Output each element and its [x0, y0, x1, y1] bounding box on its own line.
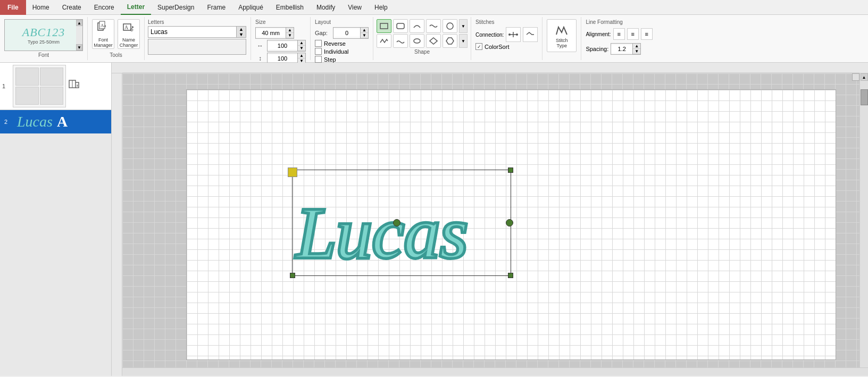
size-spin-up[interactable]: ▲ — [286, 28, 294, 33]
scale-x-input[interactable] — [268, 42, 297, 49]
menu-modify[interactable]: Modify — [310, 0, 341, 15]
handle-corner-tr[interactable] — [508, 167, 513, 173]
colorsort-checkbox[interactable] — [475, 43, 482, 50]
name-changer-label: Name Changer — [119, 37, 138, 48]
main-area: 1 2 Lucas A — [0, 63, 868, 376]
individual-checkbox[interactable] — [315, 48, 322, 55]
gap-input[interactable] — [333, 29, 360, 37]
shape-arch-up-btn[interactable] — [410, 19, 424, 33]
name-changer-button[interactable]: A ⚙ Name Changer — [118, 19, 140, 49]
shape-wave-btn[interactable] — [426, 19, 441, 33]
spacing-down[interactable]: ▼ — [633, 49, 640, 54]
shape-more-btn-2[interactable]: ▼ — [459, 34, 468, 48]
menu-embellish[interactable]: Embellish — [270, 0, 310, 15]
shape-rounded-btn[interactable] — [393, 19, 408, 33]
handle-corner-bl[interactable] — [290, 273, 295, 278]
individual-label: Individual — [324, 48, 348, 55]
panel-item-1-number: 1 — [2, 83, 11, 89]
font-manager-label: Font Manager — [94, 37, 113, 48]
canvas-resize-handle[interactable] — [852, 73, 859, 81]
alignment-label: Alignment: — [586, 31, 611, 37]
size-input[interactable] — [256, 29, 286, 37]
font-manager-button[interactable]: Aa Aa Font Manager — [92, 19, 114, 49]
font-scroll-up[interactable]: ▲ — [76, 20, 82, 26]
size-spin-down[interactable]: ▼ — [286, 33, 294, 38]
align-right-btn[interactable]: ≡ — [641, 28, 653, 40]
shape-zigzag-btn[interactable] — [377, 34, 391, 48]
menu-superdesign[interactable]: SuperDesign — [151, 0, 201, 15]
shape-row-1: ▼ — [377, 19, 468, 33]
spacing-up[interactable]: ▲ — [633, 44, 640, 49]
svg-rect-8 — [397, 23, 404, 29]
font-scroll-down[interactable]: ▼ — [76, 44, 82, 51]
colorsort-row: ColorSort — [475, 43, 509, 50]
layout-group-label: Layout — [315, 19, 331, 25]
scale-x-up[interactable]: ▲ — [298, 40, 305, 46]
scale-x-row: ↔ ▲ ▼ — [255, 40, 306, 52]
shape-hexagon-btn[interactable] — [443, 34, 457, 48]
step-checkbox[interactable] — [315, 56, 322, 63]
size-row: ▲ ▼ — [255, 27, 294, 39]
svg-point-9 — [447, 23, 453, 29]
gap-spin: ▲ ▼ — [360, 28, 368, 38]
scale-x-down[interactable]: ▼ — [298, 46, 305, 51]
shape-more-btn-1[interactable]: ▼ — [459, 19, 468, 33]
menu-encore[interactable]: Encore — [88, 0, 121, 15]
colorsort-label: ColorSort — [485, 44, 509, 50]
step-label: Step — [324, 56, 336, 63]
reverse-checkbox[interactable] — [315, 40, 322, 47]
panel-item-2[interactable]: 2 Lucas A — [0, 110, 111, 133]
lucas-design-container[interactable]: .lc { font-family: 'Times New Roman', se… — [282, 170, 511, 276]
stitch-type-button[interactable]: Stitch Type — [547, 19, 577, 52]
panel-item-1-thumb — [13, 65, 66, 107]
connection-btn-1[interactable] — [506, 27, 521, 42]
font-dropdown-arrow[interactable]: ▲▼ — [236, 27, 246, 37]
stitches-group: Stitches Connection: ColorSort — [471, 17, 542, 60]
stitch-type-label: Stitch Type — [556, 38, 568, 48]
scrollbar-thumb[interactable] — [861, 89, 868, 105]
align-left-btn[interactable]: ≡ — [613, 28, 625, 40]
panel-item-2-text: Lucas — [17, 113, 53, 130]
spacing-input[interactable] — [611, 45, 632, 53]
scale-y-up[interactable]: ▲ — [298, 53, 305, 58]
align-center-btn[interactable]: ≡ — [627, 28, 639, 40]
panel-item-1[interactable]: 1 — [0, 63, 111, 110]
menu-create[interactable]: Create — [56, 0, 88, 15]
svg-rect-7 — [380, 23, 388, 29]
scroll-up-arrow[interactable]: ▲ — [861, 73, 868, 81]
menu-view[interactable]: View — [341, 0, 368, 15]
gap-row: Gap: ▲ ▼ — [315, 27, 369, 39]
stitches-group-label: Stitches — [475, 19, 495, 25]
scale-y-input[interactable] — [268, 55, 297, 62]
scale-y-spin: ▲ ▼ — [297, 53, 305, 64]
menu-home[interactable]: Home — [26, 0, 56, 15]
font-preview-box: ABC123 Typo 25-50mm ▲ ▼ — [4, 19, 83, 51]
shape-circle-btn[interactable] — [443, 19, 457, 33]
menu-file[interactable]: File — [0, 0, 26, 15]
canvas-content: .lc { font-family: 'Times New Roman', se… — [122, 73, 868, 376]
handle-center-r[interactable] — [506, 219, 513, 227]
shape-rectangle-btn[interactable] — [377, 19, 391, 33]
svg-point-11 — [508, 33, 511, 36]
gap-down[interactable]: ▼ — [361, 33, 368, 38]
shape-wave2-btn[interactable] — [393, 34, 408, 48]
gap-label: Gap: — [315, 30, 331, 36]
menu-frame[interactable]: Frame — [201, 0, 232, 15]
shape-diamond-btn[interactable] — [426, 34, 441, 48]
handle-center-1[interactable] — [393, 219, 400, 227]
step-row: Step — [315, 56, 336, 63]
menu-help[interactable]: Help — [368, 0, 394, 15]
connection-btn-2[interactable] — [523, 27, 538, 42]
font-preview-text: ABC123 — [22, 26, 65, 39]
handle-corner-br[interactable] — [508, 273, 513, 278]
horizontal-scrollbar[interactable] — [122, 367, 868, 376]
gap-up[interactable]: ▲ — [361, 28, 368, 33]
font-name-input[interactable] — [148, 27, 236, 37]
menu-applique[interactable]: Appliqué — [232, 0, 270, 15]
handle-corner-tl[interactable] — [288, 167, 297, 177]
canvas-area: .lc { font-family: 'Times New Roman', se… — [112, 63, 868, 376]
menu-letter[interactable]: Letter — [121, 0, 151, 15]
left-panel: 1 2 Lucas A — [0, 63, 112, 376]
shape-oval-btn[interactable] — [410, 34, 424, 48]
svg-point-10 — [414, 39, 420, 43]
